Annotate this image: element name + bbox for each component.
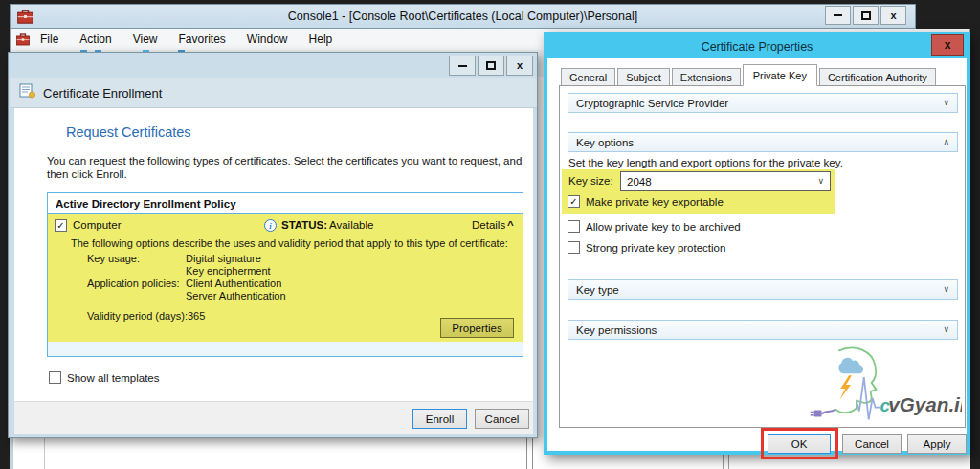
chevron-down-icon: ∨ (943, 99, 949, 107)
template-details-highlight: ✓ Computer i STATUS: Available Details ^… (48, 214, 523, 342)
key-size-dropdown[interactable]: 2048 ∨ (620, 171, 831, 191)
template-name: Computer (73, 219, 122, 231)
enrollment-dialog-title: Certificate Enrollment (43, 86, 162, 100)
desktop: Console1 - [Console Root\Certificates (L… (0, 0, 980, 469)
properties-button[interactable]: Properties (440, 318, 514, 338)
key-type-section-header[interactable]: Key type ∨ (568, 279, 958, 300)
key-size-label: Key size: (568, 175, 613, 187)
tab-private-key[interactable]: Private Key (743, 64, 817, 86)
info-icon: i (264, 219, 277, 232)
tab-general[interactable]: General (561, 68, 615, 86)
certificate-properties-dialog: Certificate Properties x General Subject… (544, 32, 970, 455)
property-row: Validity period (days):365 (87, 310, 205, 322)
vgyan-watermark-logo: c vGyan.in (797, 341, 962, 425)
exportable-label: Make private key exportable (586, 196, 724, 208)
maximize-icon[interactable] (478, 56, 504, 76)
collapse-caret-icon[interactable]: ^ (507, 219, 514, 231)
key-options-description: Set the key length and export options fo… (568, 157, 843, 168)
archived-checkbox[interactable] (568, 220, 580, 233)
archived-row: Allow private key to be archived (568, 220, 741, 233)
tab-subject[interactable]: Subject (617, 68, 670, 86)
property-row: Key encipherment (87, 265, 271, 277)
tab-extensions[interactable]: Extensions (672, 68, 741, 86)
menu-help[interactable]: Help (299, 30, 344, 49)
exportable-row: ✓ Make private key exportable (568, 195, 724, 208)
column-divider (723, 455, 724, 469)
tab-certification-authority[interactable]: Certification Authority (819, 68, 936, 86)
key-options-section-header[interactable]: Key options ∧ (568, 132, 958, 152)
minimize-icon[interactable] (449, 56, 476, 76)
empty-template-row (48, 342, 523, 356)
ok-annotation-rectangle (761, 428, 838, 459)
close-icon[interactable]: x (880, 6, 906, 25)
csp-section-header[interactable]: Cryptographic Service Provider ∨ (568, 93, 958, 113)
enrollment-content: Request Certificates You can request the… (14, 108, 533, 401)
desktop-corner (916, 0, 980, 29)
certificate-icon (19, 83, 36, 102)
private-key-tab-panel: Cryptographic Service Provider ∨ Key opt… (559, 85, 966, 428)
console-child-icon (11, 34, 30, 46)
enrollment-footer: Enroll Cancel (14, 401, 533, 434)
strong-protection-label: Strong private key protection (586, 242, 725, 254)
template-row: ✓ Computer i STATUS: Available Details ^ (48, 219, 523, 234)
properties-dialog-title: Certificate Properties (702, 40, 813, 54)
chevron-up-icon: ∧ (943, 138, 949, 146)
strong-protection-checkbox[interactable] (568, 241, 580, 254)
pane-splitter[interactable] (532, 438, 533, 469)
watermark-text: vGyan.in (888, 393, 962, 415)
menu-action[interactable]: Action (69, 30, 122, 49)
window-title: Console1 - [Console Root\Certificates (L… (11, 10, 915, 23)
close-icon[interactable]: x (931, 34, 964, 56)
status-label: STATUS: (281, 219, 327, 231)
certificate-enrollment-dialog: x Certificate Enrollment Request Certifi… (8, 52, 538, 438)
property-row: Key usage:Digital signature (87, 253, 261, 264)
chevron-down-icon: ∨ (943, 285, 949, 294)
status-value: Available (329, 219, 373, 231)
tab-strip: General Subject Extensions Private Key C… (561, 64, 938, 86)
pane-splitter[interactable] (526, 438, 527, 469)
maximize-icon[interactable] (853, 6, 879, 25)
property-row: Server Authentication (87, 290, 286, 302)
details-link[interactable]: Details (472, 219, 505, 231)
cancel-button[interactable]: Cancel (475, 409, 529, 429)
chevron-down-icon: ∨ (817, 177, 824, 186)
key-permissions-section-header[interactable]: Key permissions ∨ (568, 320, 958, 340)
menu-view[interactable]: View (122, 30, 168, 49)
minimize-icon[interactable] (825, 6, 851, 25)
menu-file[interactable]: File (30, 30, 69, 49)
apply-button[interactable]: Apply (907, 434, 967, 454)
menu-favorites[interactable]: Favorites (168, 30, 236, 49)
close-icon[interactable]: x (506, 56, 533, 76)
policy-header: Active Directory Enrollment Policy (48, 193, 523, 214)
cancel-button[interactable]: Cancel (842, 434, 902, 454)
chevron-down-icon: ∨ (943, 325, 949, 334)
enrollment-policy-box: Active Directory Enrollment Policy ✓ Com… (47, 192, 523, 357)
properties-title-bar[interactable]: Certificate Properties (546, 34, 968, 58)
options-intro: The following options describe the uses … (71, 237, 508, 249)
show-all-templates-checkbox[interactable] (49, 371, 61, 384)
show-all-templates-label: Show all templates (67, 372, 160, 384)
archived-label: Allow private key to be archived (586, 221, 741, 233)
property-row: Application policies:Client Authenticati… (87, 278, 281, 289)
menu-window[interactable]: Window (236, 30, 299, 49)
column-divider (728, 455, 729, 469)
page-description: You can request the following types of c… (47, 154, 533, 181)
page-title: Request Certificates (66, 124, 191, 140)
enroll-button[interactable]: Enroll (412, 409, 467, 429)
mmc-title-bar[interactable]: Console1 - [Console Root\Certificates (L… (10, 4, 916, 29)
strong-protection-row: Strong private key protection (568, 241, 725, 254)
computer-template-checkbox[interactable]: ✓ (55, 219, 67, 232)
pane-divider (44, 438, 45, 469)
enrollment-header: Certificate Enrollment (10, 78, 537, 108)
exportable-checkbox[interactable]: ✓ (568, 195, 580, 208)
show-all-templates-row: Show all templates (49, 371, 160, 384)
